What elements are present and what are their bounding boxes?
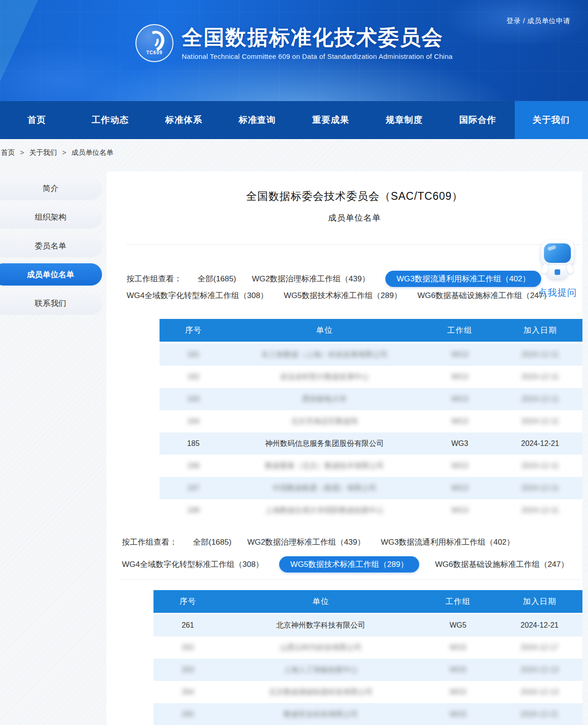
cell-unit: 数据要素（北京）数据技术有限公司 xyxy=(227,461,422,471)
nav-item-standard-system[interactable]: 标准体系 xyxy=(147,101,221,139)
nav-item-international[interactable]: 国际合作 xyxy=(441,101,515,139)
page-subtitle: 成员单位名单 xyxy=(127,212,582,223)
cell-unit: 长三角数据（上海）科技发展有限公司 xyxy=(227,350,422,360)
login-apply-link[interactable]: 登录 / 成员单位申请 xyxy=(506,17,570,25)
cell-workgroup: WG5 xyxy=(420,688,497,696)
filter-wg2[interactable]: WG2数据治理标准工作组（439） xyxy=(247,537,365,547)
breadcrumb-home[interactable]: 首页 xyxy=(1,148,15,156)
cell-unit: 神州数码信息服务集团股份有限公司 xyxy=(227,439,422,449)
cell-no: 265 xyxy=(153,710,222,719)
cell-unit: 山西云时代科技有限公司 xyxy=(222,643,420,653)
content-card: 全国数据标委会技术委员会（SAC/TC609） 成员单位名单 按工作组查看： 全… xyxy=(106,172,582,725)
logo-code: TC609 xyxy=(136,50,173,55)
nav-item-work-news[interactable]: 工作动态 xyxy=(74,101,147,139)
sidebar-item-member-units[interactable]: 成员单位名单 xyxy=(0,263,102,286)
table-row: 187 中国数据集团（集团）有限公司 WG3 2024-12-11 xyxy=(160,477,582,499)
table-header-row: 序号 单位 工作组 加入日期 xyxy=(160,319,582,342)
nav-item-home[interactable]: 首页 xyxy=(0,101,74,139)
breadcrumb: 首页 > 关于我们 > 成员单位名单 xyxy=(1,148,113,157)
table-row: 265 数据安全科技有限公司 WG5 2024-12-21 xyxy=(153,703,582,725)
cell-date: 2024-12-21 xyxy=(498,439,582,448)
cell-workgroup: WG3 xyxy=(422,395,498,403)
nav-item-about-us[interactable]: 关于我们 xyxy=(515,101,588,139)
filter-label: 按工作组查看： xyxy=(122,537,177,547)
tc609-logo-icon: TC609 xyxy=(135,24,173,62)
cell-no: 261 xyxy=(153,621,222,630)
cell-unit: 中国数据集团（集团）有限公司 xyxy=(227,483,422,493)
brand-text: 全国数据标准化技术委员会 National Technical Committe… xyxy=(182,26,453,61)
filter-wg3[interactable]: WG3数据流通利用标准工作组（402） xyxy=(385,271,541,287)
cell-workgroup: WG5 xyxy=(420,643,497,652)
breadcrumb-current: 成员单位名单 xyxy=(71,148,113,156)
cell-workgroup: WG5 xyxy=(420,710,497,719)
col-header-join-date: 加入日期 xyxy=(498,325,582,336)
cell-workgroup: WG3 xyxy=(422,350,498,359)
filter-wg3[interactable]: WG3数据流通利用标准工作组（402） xyxy=(381,537,514,547)
nav-item-regulations[interactable]: 规章制度 xyxy=(368,101,441,139)
main-nav: 首页 工作动态 标准体系 标准查询 重要成果 规章制度 国际合作 关于我们 xyxy=(0,101,588,139)
col-header-workgroup: 工作组 xyxy=(420,596,497,607)
cell-workgroup: WG3 xyxy=(422,484,498,492)
filter-all[interactable]: 全部(1685) xyxy=(198,273,236,284)
cell-date: 2024-12-21 xyxy=(497,710,582,719)
cell-date: 2024-12-13 xyxy=(497,688,582,696)
assistant-caption[interactable]: 点我提问 xyxy=(535,286,580,299)
cell-workgroup: WG5 xyxy=(420,666,497,674)
breadcrumb-about[interactable]: 关于我们 xyxy=(29,148,57,156)
col-header-join-date: 加入日期 xyxy=(497,596,582,607)
table-row: 183 西安邮电大学 WG3 2024-12-11 xyxy=(160,388,582,410)
nav-item-standard-search[interactable]: 标准查询 xyxy=(221,101,294,139)
brand: TC609 全国数据标准化技术委员会 National Technical Co… xyxy=(135,24,453,62)
sidebar: 简介 组织架构 委员名单 成员单位名单 联系我们 xyxy=(0,177,102,321)
cell-no: 262 xyxy=(153,643,222,652)
table-row: 263 上海人工智能创新中心 WG5 2024-12-13 xyxy=(153,659,582,681)
cell-date: 2024-12-13 xyxy=(497,666,582,674)
filter-group1-row1: 按工作组查看： 全部(1685) WG2数据治理标准工作组（439） WG3数据… xyxy=(127,271,541,287)
sidebar-item-intro[interactable]: 简介 xyxy=(0,177,102,199)
assistant-widget[interactable]: 点我提问 xyxy=(535,240,580,299)
sidebar-item-org-structure[interactable]: 组织架构 xyxy=(0,206,102,228)
cell-workgroup: WG3 xyxy=(422,417,498,426)
cell-no: 187 xyxy=(160,484,227,492)
col-header-unit: 单位 xyxy=(222,596,420,607)
cell-workgroup: WG5 xyxy=(420,621,497,630)
filter-wg4[interactable]: WG4全域数字化转型标准工作组（308） xyxy=(127,290,268,301)
cell-no: 186 xyxy=(160,462,227,470)
cell-date: 2024-12-11 xyxy=(498,484,582,492)
cell-no: 181 xyxy=(160,350,227,359)
robot-body xyxy=(547,265,568,279)
cell-date: 2024-12-11 xyxy=(498,395,582,403)
cell-date: 2024-12-21 xyxy=(497,621,582,630)
nav-item-achievements[interactable]: 重要成果 xyxy=(294,101,368,139)
cell-date: 2024-12-11 xyxy=(498,373,582,381)
cell-no: 185 xyxy=(160,439,227,448)
table-row-highlight: 261 北京神州数字科技有限公司 WG5 2024-12-21 xyxy=(153,614,582,636)
filter-wg6[interactable]: WG6数据基础设施标准工作组（247） xyxy=(435,559,569,570)
cell-workgroup: WG3 xyxy=(422,462,498,470)
filter-all[interactable]: 全部(1685) xyxy=(193,537,231,547)
sidebar-item-contact-us[interactable]: 联系我们 xyxy=(0,292,102,314)
col-header-no: 序号 xyxy=(153,596,222,607)
table-row: 184 北京市海淀区数据局 WG3 2024-12-11 xyxy=(160,410,582,432)
cell-date: 2024-12-11 xyxy=(498,417,582,426)
table-row: 182 农业农村部大数据发展中心 WG3 2024-12-11 xyxy=(160,366,582,388)
filter-wg5[interactable]: WG5数据技术标准工作组（289） xyxy=(279,556,419,572)
filter-wg4[interactable]: WG4全域数字化转型标准工作组（308） xyxy=(122,559,263,570)
cell-no: 264 xyxy=(153,688,222,696)
table-header-row: 序号 单位 工作组 加入日期 xyxy=(153,590,582,613)
col-header-no: 序号 xyxy=(160,325,227,336)
cell-date: 2024-12-11 xyxy=(498,462,582,470)
cell-unit: 西安邮电大学 xyxy=(227,394,422,404)
sidebar-item-committee-list[interactable]: 委员名单 xyxy=(0,235,102,257)
filter-wg5[interactable]: WG5数据技术标准工作组（289） xyxy=(284,290,402,301)
member-table-wg3: 序号 单位 工作组 加入日期 181 长三角数据（上海）科技发展有限公司 WG3… xyxy=(160,319,582,521)
table-row-highlight: 185 神州数码信息服务集团股份有限公司 WG3 2024-12-21 xyxy=(160,432,582,455)
cell-no: 182 xyxy=(160,373,227,381)
filter-wg6[interactable]: WG6数据基础设施标准工作组（247） xyxy=(417,290,551,301)
filter-wg2[interactable]: WG2数据治理标准工作组（439） xyxy=(252,273,370,284)
cell-no: 263 xyxy=(153,666,222,674)
robot-icon xyxy=(541,240,574,267)
cell-unit: 上海数据交易大学国际数据创新中心 xyxy=(227,506,422,515)
divider xyxy=(127,244,581,245)
table-row: 186 数据要素（北京）数据技术有限公司 WG3 2024-12-11 xyxy=(160,455,582,477)
